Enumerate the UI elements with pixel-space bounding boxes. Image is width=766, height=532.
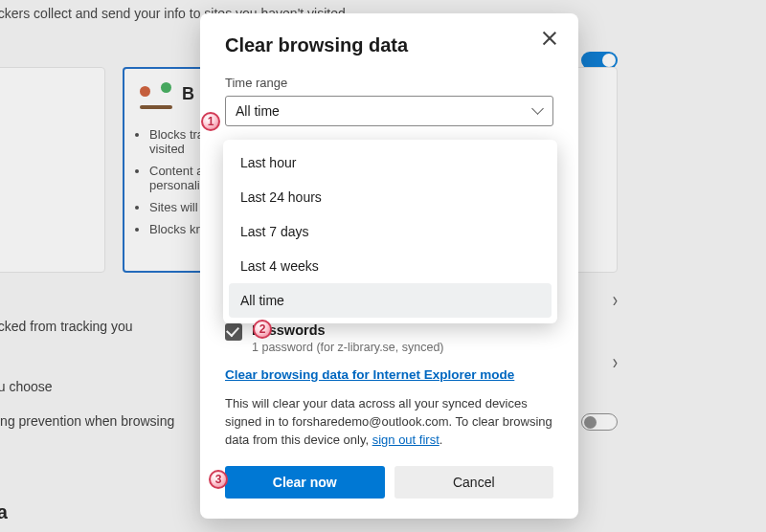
time-range-option[interactable]: Last 4 weeks: [229, 249, 552, 283]
time-range-select[interactable]: All time: [225, 96, 553, 126]
sign-out-link[interactable]: sign out first: [372, 432, 439, 447]
clear-now-button[interactable]: Clear now: [225, 466, 385, 499]
passwords-checkbox[interactable]: [225, 323, 242, 341]
annotation-step-2: 2: [253, 320, 272, 339]
annotation-step-3: 3: [209, 470, 228, 489]
time-range-value: All time: [236, 103, 280, 119]
close-icon[interactable]: [542, 31, 557, 46]
cancel-button[interactable]: Cancel: [394, 466, 554, 499]
clear-ie-data-link[interactable]: Clear browsing data for Internet Explore…: [225, 367, 514, 382]
time-range-option[interactable]: Last 24 hours: [229, 180, 552, 214]
sync-warning-text: This will clear your data across all you…: [225, 395, 553, 450]
chevron-down-icon: [533, 108, 543, 118]
time-range-label: Time range: [225, 76, 553, 90]
time-range-option[interactable]: Last 7 days: [229, 214, 552, 249]
clear-browsing-data-dialog: Clear browsing data Time range All time …: [200, 13, 578, 519]
passwords-subtext: 1 password (for z-library.se, synced): [252, 341, 444, 354]
passwords-label: Passwords: [252, 322, 444, 338]
dialog-title: Clear browsing data: [225, 34, 553, 56]
time-range-option[interactable]: Last hour: [229, 145, 552, 180]
time-range-option-selected[interactable]: All time: [229, 283, 552, 318]
annotation-step-1: 1: [201, 112, 220, 131]
time-range-dropdown: Last hour Last 24 hours Last 7 days Last…: [223, 140, 557, 323]
